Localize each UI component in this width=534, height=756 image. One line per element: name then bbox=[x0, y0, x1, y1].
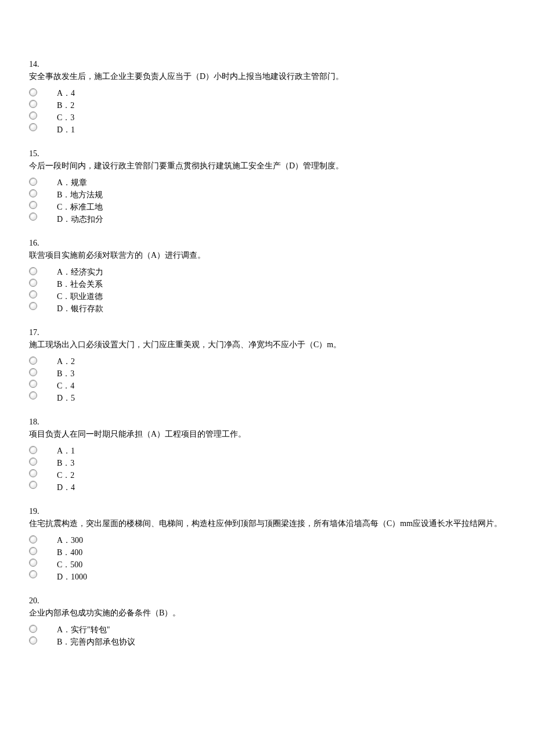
radio-icon[interactable] bbox=[29, 100, 37, 108]
option-a: A．4 bbox=[57, 87, 75, 99]
radio-icon[interactable] bbox=[29, 290, 37, 298]
option-text-column: A．2 B．3 C．4 D．5 bbox=[57, 355, 75, 404]
radio-icon[interactable] bbox=[29, 391, 37, 399]
radio-icon[interactable] bbox=[29, 357, 37, 365]
radio-icon[interactable] bbox=[29, 88, 37, 96]
option-d: D．银行存款 bbox=[57, 303, 103, 315]
option-c: C．标准工地 bbox=[57, 201, 103, 213]
options-block: A．300 B．400 C．500 D．1000 bbox=[29, 534, 505, 583]
option-c: C．职业道德 bbox=[57, 290, 103, 303]
option-b: B．3 bbox=[57, 368, 75, 380]
radio-icon[interactable] bbox=[29, 189, 37, 197]
options-block: A．2 B．3 C．4 D．5 bbox=[29, 355, 505, 404]
options-block: A．1 B．3 C．2 D．4 bbox=[29, 445, 505, 494]
question-number: 17. bbox=[29, 326, 505, 339]
radio-icon[interactable] bbox=[29, 469, 37, 477]
option-text-column: A．实行"转包" B．完善内部承包协议 bbox=[57, 624, 135, 648]
option-a: A．300 bbox=[57, 534, 87, 546]
option-text-column: A．经济实力 B．社会关系 C．职业道德 D．银行存款 bbox=[57, 266, 103, 315]
radio-icon[interactable] bbox=[29, 178, 37, 186]
options-block: A．实行"转包" B．完善内部承包协议 bbox=[29, 624, 505, 648]
question-number: 15. bbox=[29, 147, 505, 160]
radio-icon[interactable] bbox=[29, 368, 37, 376]
question-20: 20. 企业内部承包成功实施的必备条件（B）。 A．实行"转包" B．完善内部承… bbox=[29, 595, 505, 648]
option-b: B．完善内部承包协议 bbox=[57, 636, 135, 648]
page: 14. 安全事故发生后，施工企业主要负责人应当于（D）小时内上报当地建设行政主管… bbox=[0, 0, 534, 683]
option-text-column: A．300 B．400 C．500 D．1000 bbox=[57, 534, 87, 583]
radio-icon[interactable] bbox=[29, 481, 37, 489]
option-b: B．3 bbox=[57, 457, 75, 469]
option-d: D．1000 bbox=[57, 571, 87, 583]
option-b: B．社会关系 bbox=[57, 278, 103, 290]
question-number: 19. bbox=[29, 505, 505, 517]
radio-icon[interactable] bbox=[29, 458, 37, 466]
radio-icon[interactable] bbox=[29, 213, 37, 221]
option-b: B．地方法规 bbox=[57, 189, 103, 201]
radio-icon[interactable] bbox=[29, 535, 37, 543]
question-stem: 安全事故发生后，施工企业主要负责人应当于（D）小时内上报当地建设行政主管部门。 bbox=[29, 70, 505, 82]
option-c: C．2 bbox=[57, 469, 75, 481]
question-stem: 今后一段时间内，建设行政主管部门要重点贯彻执行建筑施工安全生产（D）管理制度。 bbox=[29, 160, 505, 172]
radio-column bbox=[29, 355, 37, 399]
radio-column bbox=[29, 87, 37, 131]
radio-column bbox=[29, 624, 37, 645]
radio-icon[interactable] bbox=[29, 302, 37, 310]
options-block: A．经济实力 B．社会关系 C．职业道德 D．银行存款 bbox=[29, 266, 505, 315]
option-c: C．500 bbox=[57, 559, 87, 571]
question-stem: 施工现场出入口必须设置大门，大门应庄重美观，大门净高、净宽均不应小于（C）m。 bbox=[29, 339, 505, 351]
option-a: A．经济实力 bbox=[57, 266, 103, 278]
question-14: 14. 安全事故发生后，施工企业主要负责人应当于（D）小时内上报当地建设行政主管… bbox=[29, 58, 505, 136]
option-text-column: A．1 B．3 C．2 D．4 bbox=[57, 445, 75, 494]
radio-icon[interactable] bbox=[29, 636, 37, 645]
radio-column bbox=[29, 534, 37, 578]
question-stem: 联营项目实施前必须对联营方的（A）进行调查。 bbox=[29, 249, 505, 261]
option-c: C．3 bbox=[57, 111, 75, 124]
option-d: D．动态扣分 bbox=[57, 213, 103, 225]
question-stem: 住宅抗震构造，突出屋面的楼梯间、电梯间，构造柱应伸到顶部与顶圈梁连接，所有墙体沿… bbox=[29, 517, 505, 530]
question-17: 17. 施工现场出入口必须设置大门，大门应庄重美观，大门净高、净宽均不应小于（C… bbox=[29, 326, 505, 404]
option-d: D．4 bbox=[57, 481, 75, 494]
radio-icon[interactable] bbox=[29, 446, 37, 454]
radio-column bbox=[29, 445, 37, 489]
radio-icon[interactable] bbox=[29, 111, 37, 120]
radio-icon[interactable] bbox=[29, 267, 37, 275]
option-a: A．1 bbox=[57, 445, 75, 457]
option-a: A．实行"转包" bbox=[57, 624, 135, 636]
question-number: 16. bbox=[29, 237, 505, 249]
option-a: A．2 bbox=[57, 355, 75, 368]
question-18: 18. 项目负责人在同一时期只能承担（A）工程项目的管理工作。 A．1 B．3 … bbox=[29, 416, 505, 494]
radio-column bbox=[29, 177, 37, 221]
radio-icon[interactable] bbox=[29, 201, 37, 209]
radio-icon[interactable] bbox=[29, 279, 37, 287]
options-block: A．规章 B．地方法规 C．标准工地 D．动态扣分 bbox=[29, 177, 505, 225]
option-text-column: A．4 B．2 C．3 D．1 bbox=[57, 87, 75, 136]
option-text-column: A．规章 B．地方法规 C．标准工地 D．动态扣分 bbox=[57, 177, 103, 225]
radio-icon[interactable] bbox=[29, 559, 37, 567]
radio-icon[interactable] bbox=[29, 625, 37, 633]
option-a: A．规章 bbox=[57, 177, 103, 189]
option-d: D．1 bbox=[57, 124, 75, 136]
radio-icon[interactable] bbox=[29, 380, 37, 388]
option-b: B．2 bbox=[57, 99, 75, 111]
question-stem: 项目负责人在同一时期只能承担（A）工程项目的管理工作。 bbox=[29, 428, 505, 440]
question-16: 16. 联营项目实施前必须对联营方的（A）进行调查。 A．经济实力 B．社会关系… bbox=[29, 237, 505, 315]
options-block: A．4 B．2 C．3 D．1 bbox=[29, 87, 505, 136]
question-stem: 企业内部承包成功实施的必备条件（B）。 bbox=[29, 607, 505, 619]
option-d: D．5 bbox=[57, 392, 75, 404]
option-c: C．4 bbox=[57, 380, 75, 392]
radio-column bbox=[29, 266, 37, 310]
question-number: 14. bbox=[29, 58, 505, 70]
option-b: B．400 bbox=[57, 546, 87, 559]
question-number: 18. bbox=[29, 416, 505, 428]
question-number: 20. bbox=[29, 595, 505, 607]
question-15: 15. 今后一段时间内，建设行政主管部门要重点贯彻执行建筑施工安全生产（D）管理… bbox=[29, 147, 505, 225]
radio-icon[interactable] bbox=[29, 547, 37, 555]
question-19: 19. 住宅抗震构造，突出屋面的楼梯间、电梯间，构造柱应伸到顶部与顶圈梁连接，所… bbox=[29, 505, 505, 583]
radio-icon[interactable] bbox=[29, 123, 37, 131]
radio-icon[interactable] bbox=[29, 570, 37, 578]
